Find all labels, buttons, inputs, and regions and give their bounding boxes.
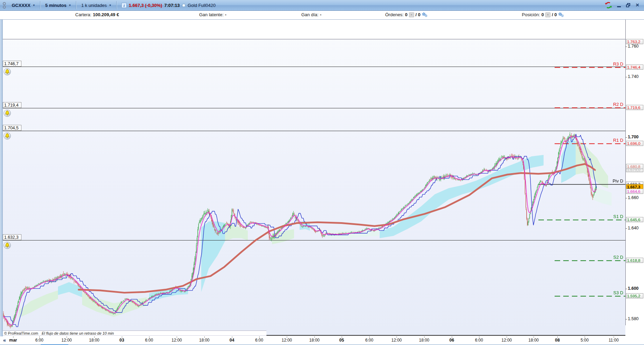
refresh-sync-icon[interactable] bbox=[604, 1, 613, 9]
pivot-price-tag: 1.719,6 bbox=[626, 105, 643, 110]
feed-status-icon bbox=[182, 3, 186, 7]
time-axis-label: 6:00 bbox=[30, 338, 49, 343]
gan-latente-value: - bbox=[225, 12, 226, 17]
price-axis-tick bbox=[625, 137, 627, 138]
pivot-level-label: R3 D bbox=[585, 61, 623, 67]
info-icon[interactable]: i bbox=[121, 3, 127, 8]
copyright-text: © ProRealTime.com bbox=[4, 331, 38, 335]
feed-name: Gold Full0420 bbox=[188, 3, 216, 8]
close-button[interactable]: × bbox=[634, 2, 641, 8]
last-price-change: 1.667,3 (-0,30%) bbox=[129, 3, 162, 8]
time-axis-label: 12:00 bbox=[497, 338, 516, 343]
price-axis-label: 1.760 bbox=[628, 44, 638, 49]
price-axis-tick bbox=[625, 289, 627, 289]
pivot-level-label: Piv D bbox=[585, 178, 623, 184]
time-axis-label: 18:00 bbox=[524, 338, 543, 343]
orders-settings-gear-icon[interactable] bbox=[422, 12, 428, 17]
price-axis-tick bbox=[625, 47, 627, 47]
price-axis-label: 1.600 bbox=[628, 286, 638, 291]
time-axis-label: 5:00 bbox=[575, 338, 594, 343]
posicion-count: 0 bbox=[541, 12, 544, 17]
time-axis-label: 18:00 bbox=[195, 338, 214, 343]
alarm-bell-icon[interactable] bbox=[3, 68, 11, 77]
pivot-price-tag: 1.595,2 bbox=[626, 293, 643, 298]
quote-group: i 1.667,3 (-0,30%) 7:07:13 Gold Full0420 bbox=[117, 0, 221, 10]
alarm-bell-icon[interactable] bbox=[3, 241, 11, 250]
time-axis-label: 6:00 bbox=[139, 338, 159, 343]
restore-button[interactable] bbox=[625, 2, 631, 8]
alert-price-label[interactable]: 1.704,5 bbox=[3, 125, 21, 131]
time-axis-label: 18:00 bbox=[414, 338, 434, 343]
price-axis-label: 1.660 bbox=[628, 195, 638, 200]
latent-gain-status: Gan latente: - bbox=[199, 12, 226, 17]
alert-price-label[interactable]: 1.719,4 bbox=[3, 102, 21, 108]
time-axis-label: 12:00 bbox=[167, 338, 186, 343]
pivot-price-tag: 1.645,6 bbox=[626, 217, 643, 222]
chevron-down-icon: ▼ bbox=[69, 4, 71, 7]
time-axis-label: 03 bbox=[112, 338, 131, 343]
day-gain-status: Gan día: - bbox=[301, 12, 321, 17]
price-axis-label: 1.700 bbox=[628, 135, 638, 139]
time-axis-label: 18:00 bbox=[85, 338, 104, 343]
symbol-dropdown[interactable]: GCXXXX ▼ bbox=[7, 0, 40, 10]
price-axis-label: 1.640 bbox=[628, 226, 638, 230]
time-axis-label: mar bbox=[3, 338, 23, 343]
symbol-label: GCXXXX bbox=[12, 3, 30, 8]
gan-dia-value: - bbox=[320, 12, 321, 17]
alarm-bell-icon[interactable] bbox=[3, 132, 11, 141]
pivot-price-tag: 1.746,4 bbox=[626, 65, 643, 70]
time-axis-label: 6:00 bbox=[469, 338, 489, 343]
price-tag: 1.680,8 bbox=[626, 164, 643, 169]
drag-grip-icon[interactable] bbox=[3, 1, 7, 9]
clock: 7:07:13 bbox=[164, 3, 180, 8]
time-axis-label: 6:00 bbox=[360, 338, 379, 343]
timeframe-label: 5 minutos bbox=[45, 3, 66, 8]
time-axis-label: 12:00 bbox=[57, 338, 76, 343]
units-dropdown[interactable]: 1 k unidades ▼ bbox=[76, 0, 116, 10]
orders-list-icon[interactable]: ✕ bbox=[409, 12, 414, 17]
portfolio-status: Cartera: 100.209,49 € bbox=[75, 12, 119, 17]
minimize-button[interactable] bbox=[616, 2, 622, 8]
window-controls: × bbox=[604, 1, 644, 9]
time-axis-label: 12:00 bbox=[387, 338, 406, 343]
prorealtime-window: GCXXXX ▼ 5 minutos ▼ 1 k unidades ▼ i 1.… bbox=[0, 0, 644, 345]
alert-price-label[interactable]: 1.632,3 bbox=[3, 234, 21, 240]
price-axis-tick bbox=[625, 77, 627, 77]
pivot-level-label: S1 D bbox=[585, 214, 623, 219]
time-axis-label: 08 bbox=[548, 338, 567, 343]
chevron-down-icon: ▼ bbox=[32, 4, 35, 7]
time-axis[interactable]: « mar6:0012:0018:00036:0012:0018:00046:0… bbox=[0, 336, 644, 344]
position-settings-gear-icon[interactable] bbox=[558, 12, 564, 17]
chart-canvas[interactable] bbox=[3, 39, 625, 336]
timeframe-dropdown[interactable]: 5 minutos ▼ bbox=[40, 0, 76, 10]
time-axis-label: 11:00 bbox=[604, 338, 623, 343]
cartera-value: 100.209,49 € bbox=[93, 12, 119, 17]
time-axis-label: 6:00 bbox=[250, 338, 269, 343]
ordenes-extra: / 0 bbox=[416, 12, 420, 17]
orders-status: Órdenes: 0 ✕ / 0 bbox=[385, 12, 428, 17]
left-dock-strip bbox=[0, 20, 3, 345]
account-status-bar: Cartera: 100.209,49 € Gan latente: - Gan… bbox=[0, 11, 644, 20]
time-axis-label: 06 bbox=[442, 338, 461, 343]
price-tag: 1.763,2 bbox=[626, 39, 643, 44]
pivot-level-label: S2 D bbox=[585, 255, 623, 260]
time-axis-label: 12:00 bbox=[277, 338, 296, 343]
alarm-bell-icon[interactable] bbox=[3, 109, 11, 118]
time-axis-label: 04 bbox=[222, 338, 242, 343]
pivot-price-tag: 1.618,8 bbox=[626, 258, 643, 263]
cartera-label: Cartera: bbox=[75, 12, 91, 17]
price-axis-tick bbox=[625, 319, 627, 319]
time-axis-label: 18:00 bbox=[305, 338, 324, 343]
ordenes-count: 0 bbox=[405, 12, 407, 17]
price-tag: 1.664,6 bbox=[626, 189, 643, 194]
position-list-icon[interactable]: ✕ bbox=[545, 12, 550, 17]
alert-price-label[interactable]: 1.746,7 bbox=[3, 61, 21, 67]
pivot-level-label: S3 D bbox=[585, 290, 623, 295]
price-axis-label: 1.740 bbox=[628, 74, 638, 79]
position-status: Posición: 0 ✕ / 0 bbox=[522, 12, 564, 17]
posicion-label: Posición: bbox=[522, 12, 540, 17]
gan-latente-label: Gan latente: bbox=[199, 12, 224, 17]
price-axis-label: 1.580 bbox=[628, 316, 638, 321]
scroll-back-button[interactable]: « bbox=[3, 337, 6, 343]
copyright-band: © ProRealTime.com El flujo de datos tien… bbox=[3, 331, 266, 336]
